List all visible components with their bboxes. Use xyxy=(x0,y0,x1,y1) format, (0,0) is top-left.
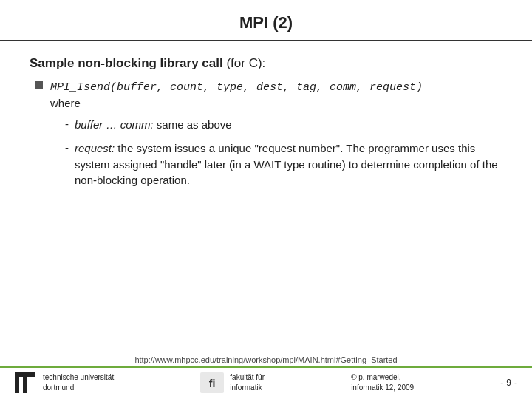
university-line2: dortmund xyxy=(43,383,114,393)
sub-rest-2: the system issues a unique "request numb… xyxy=(75,142,498,187)
url-line: http://www.mhpcc.edu/training/workshop/m… xyxy=(0,352,532,366)
page-number-area: - 9 - xyxy=(500,378,517,388)
url-text: http://www.mhpcc.edu/training/workshop/m… xyxy=(134,355,397,364)
footer-left: technische universität dortmund xyxy=(15,372,114,393)
sub-text-2: request: the system issues a unique "req… xyxy=(75,140,502,188)
sub-italic-2: request: xyxy=(75,142,115,154)
slide-title: MPI (2) xyxy=(239,13,293,32)
dash-icon-1: - xyxy=(65,117,69,130)
copyright-line2: informatik 12, 2009 xyxy=(351,383,414,393)
footer-right: © p. marwedel, informatik 12, 2009 xyxy=(351,372,414,393)
copyright-line1: © p. marwedel, xyxy=(351,372,414,383)
university-text: technische universität dortmund xyxy=(43,372,114,393)
section-heading: Sample non-blocking library call (for C)… xyxy=(30,56,502,71)
bullet-square-icon xyxy=(35,81,43,89)
faculty-line1: fakultät für xyxy=(230,372,265,383)
sub-text-1: buffer … comm: same as above xyxy=(75,117,232,133)
faculty-text: fakultät für informatik xyxy=(230,372,265,393)
slide-content: Sample non-blocking library call (for C)… xyxy=(0,49,532,349)
section-heading-normal: (for C): xyxy=(223,56,266,70)
svg-rect-1 xyxy=(15,372,19,393)
sub-italic-1: buffer … comm: xyxy=(75,118,154,131)
page-separator-1: - xyxy=(500,378,503,388)
sub-bullets: - buffer … comm: same as above - request… xyxy=(50,117,502,188)
university-line1: technische universität xyxy=(43,372,114,383)
bullet-code: MPI_Isend(buffer, count, type, dest, tag… xyxy=(50,80,423,109)
bullet-item: MPI_Isend(buffer, count, type, dest, tag… xyxy=(30,78,502,196)
page-separator-2: - xyxy=(514,378,517,388)
svg-text:fi: fi xyxy=(209,378,216,389)
slide-header: MPI (2) xyxy=(0,0,532,41)
bullet-where: where xyxy=(50,97,81,109)
sub-bullet-1: - buffer … comm: same as above xyxy=(65,117,502,133)
fi-logo-icon: fi xyxy=(200,372,224,393)
tu-logo-icon xyxy=(15,372,35,393)
page-number: 9 xyxy=(506,378,511,388)
section-heading-bold: Sample non-blocking library call xyxy=(30,56,223,70)
footer-center: fi fakultät für informatik xyxy=(200,372,265,393)
slide: MPI (2) Sample non-blocking library call… xyxy=(0,0,532,399)
dash-icon-2: - xyxy=(65,141,69,154)
sub-bullet-2: - request: the system issues a unique "r… xyxy=(65,140,502,188)
mpi-isend-code: MPI_Isend(buffer, count, type, dest, tag… xyxy=(50,81,423,94)
sub-rest-1: same as above xyxy=(154,118,232,131)
slide-footer: technische universität dortmund fi fakul… xyxy=(0,366,532,399)
faculty-line2: informatik xyxy=(230,383,265,393)
tu-logo xyxy=(15,372,35,393)
bullet-content: MPI_Isend(buffer, count, type, dest, tag… xyxy=(50,78,502,196)
svg-rect-2 xyxy=(23,377,27,393)
